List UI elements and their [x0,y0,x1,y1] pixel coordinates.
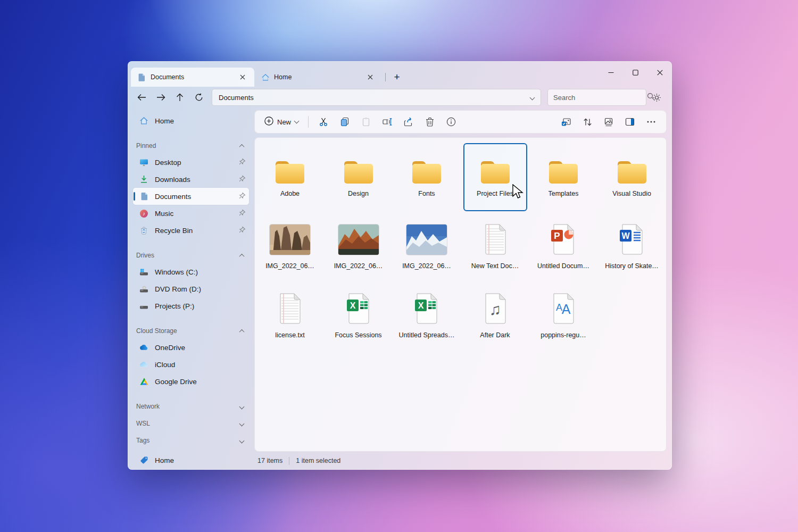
section-cloud-storage[interactable]: Cloud Storage [133,323,249,339]
folder-icon [547,144,580,188]
file-explorer-window: Documents Home + [128,61,672,470]
details-pane-button[interactable] [619,113,641,131]
sidebar-item-label: Recycle Bin [155,227,232,235]
folder-icon [342,144,375,188]
section-pinned[interactable]: Pinned [133,138,249,154]
svg-text:P: P [554,231,560,241]
tab-home[interactable]: Home [254,68,382,87]
file-tile-poppins-font[interactable]: AA poppins-regu… [531,287,595,355]
tab-close-icon[interactable] [364,71,377,84]
file-tile-adobe[interactable]: Adobe [258,143,322,211]
sidebar-item-google-drive[interactable]: Google Drive [133,373,249,390]
sidebar-item-dvd-d[interactable]: DVD Rom (D:) [133,280,249,297]
close-button[interactable] [647,61,672,84]
file-tile-fonts[interactable]: Fonts [395,143,459,211]
forward-button[interactable] [151,89,170,106]
section-tags[interactable]: Tags [133,433,249,448]
section-label: Cloud Storage [136,327,240,335]
svg-text:W: W [621,231,630,240]
maximize-button[interactable] [623,61,647,84]
font-file-icon: AA [551,288,576,329]
tab-label: Documents [151,73,232,81]
file-tile-license-txt[interactable]: license.txt [258,287,322,355]
view-button[interactable] [598,113,619,131]
excel-file-icon: X [413,288,440,329]
svg-text:♪: ♪ [143,211,145,217]
file-tile-untitled-spreadsheet[interactable]: X Untitled Spreads… [395,287,459,355]
sidebar-item-label: Home [155,456,246,464]
copy-button[interactable] [334,113,355,131]
pin-icon [239,175,246,184]
word-file-icon: W [619,219,645,260]
file-tile-focus-sessions[interactable]: X Focus Sessions [327,287,390,355]
status-bar: 17 items 1 item selected [254,452,667,470]
file-tile-img1[interactable]: IMG_2022_06… [258,218,322,286]
content-area: New [252,108,672,470]
file-tile-after-dark[interactable]: ♫ After Dark [463,287,527,355]
file-name: IMG_2022_06… [334,262,383,270]
file-tile-history-of-skate[interactable]: W History of Skate… [600,218,664,286]
sidebar-item-projects-p[interactable]: Projects (P:) [133,297,249,314]
address-dropdown-icon[interactable] [530,95,535,100]
file-tile-visual-studio[interactable]: Visual Studio [600,143,664,211]
window-controls [598,61,672,87]
sidebar-item-onedrive[interactable]: OneDrive [133,339,249,356]
pin-icon [239,209,246,218]
tab-label: Home [274,73,360,81]
document-icon [139,192,148,201]
sort-button[interactable] [577,113,598,131]
cut-button[interactable] [313,113,334,131]
file-name: poppins-regu… [541,331,586,339]
section-drives[interactable]: Drives [133,247,249,263]
paste-button[interactable] [355,113,377,131]
sidebar-item-downloads[interactable]: Downloads [133,171,249,188]
tab-documents[interactable]: Documents [131,68,254,87]
file-tile-untitled-presentation[interactable]: P Untitled Docum… [531,218,595,286]
more-options-button[interactable] [641,113,662,131]
sidebar-item-documents[interactable]: Documents [133,188,249,205]
svg-text:A: A [562,302,571,317]
file-tile-design[interactable]: Design [327,143,390,211]
sidebar-item-home[interactable]: Home [133,112,249,129]
refresh-button[interactable] [189,89,209,106]
svg-text:X: X [418,301,424,310]
sidebar-item-label: Windows (C:) [155,268,246,276]
file-tile-img2[interactable]: IMG_2022_06… [327,218,390,286]
sidebar-item-recycle-bin[interactable]: Recycle Bin [133,222,249,239]
section-network[interactable]: Network [133,398,249,414]
pin-icon [239,226,246,235]
select-all-button[interactable] [555,113,577,131]
file-tile-templates[interactable]: Templates [531,143,595,211]
file-name: IMG_2022_06… [402,262,451,270]
sidebar-item-windows-c[interactable]: Windows (C:) [133,263,249,280]
sidebar-item-icloud[interactable]: iCloud [133,356,249,373]
search-input[interactable] [553,94,647,102]
address-bar[interactable]: Documents [212,89,541,106]
minimize-button[interactable] [598,61,623,84]
share-button[interactable] [398,113,419,131]
new-tab-button[interactable]: + [389,69,405,85]
sidebar-item-music[interactable]: ♪ Music [133,205,249,222]
file-tile-project-files[interactable]: Project Files [463,143,527,211]
tab-close-icon[interactable] [236,71,249,84]
properties-info-button[interactable] [440,113,462,131]
search-box[interactable] [547,89,646,106]
new-button[interactable]: New [259,113,304,131]
file-name: Design [348,190,369,197]
sidebar: Home Pinned Desktop Downloads [128,108,252,470]
file-tile-img3[interactable]: IMG_2022_06… [395,218,459,286]
chevron-up-icon [239,329,245,334]
file-tile-new-text-doc[interactable]: New Text Doc… [463,218,527,286]
home-icon [261,73,270,82]
desktop-icon [139,158,148,167]
sidebar-item-tag-home[interactable]: Home [133,452,249,469]
sidebar-item-desktop[interactable]: Desktop [133,154,249,171]
windows-drive-icon [139,268,148,277]
back-button[interactable] [132,89,151,106]
chevron-down-icon [294,119,300,124]
up-button[interactable] [170,89,189,106]
rename-button[interactable] [377,113,398,131]
settings-gear-icon[interactable] [647,89,666,106]
delete-button[interactable] [419,113,440,131]
section-wsl[interactable]: WSL [133,415,249,431]
